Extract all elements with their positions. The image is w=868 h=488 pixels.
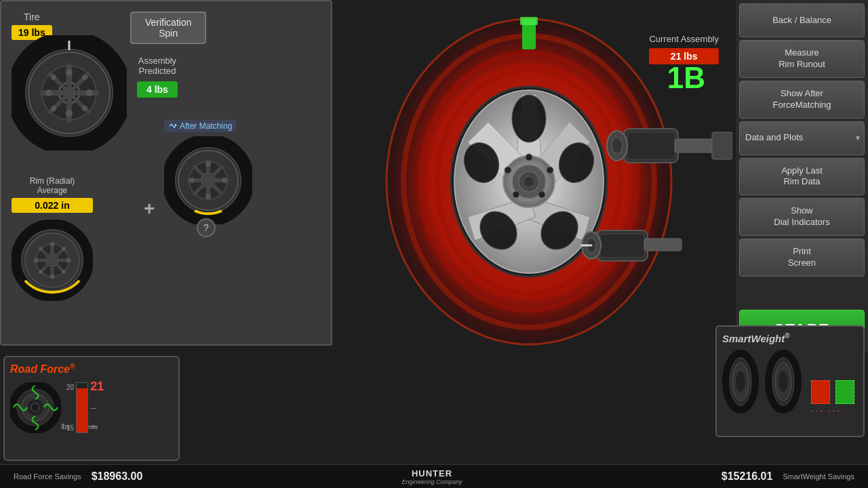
svg-point-83 — [612, 138, 623, 154]
hunter-name: HUNTER — [402, 468, 462, 479]
svg-point-10 — [66, 69, 73, 76]
top-left-panel: Tire 19 lbs Verification Spin — [0, 0, 332, 346]
show-after-force-button[interactable]: Show After ForceMatching — [739, 81, 865, 119]
road-force-title: Road Force® — [10, 363, 75, 375]
tire-visual — [12, 35, 127, 153]
svg-point-11 — [66, 110, 73, 117]
sw-bars: - - - - - - — [811, 380, 854, 414]
smart-weight-panel: SmartWeight® — [715, 325, 865, 437]
back-balance-button[interactable]: Back / Balance — [739, 3, 865, 37]
assembly-predicted-label: Assembly Predicted — [137, 56, 178, 76]
bar-track: 21 — [76, 382, 88, 433]
plus-sign: + — [144, 198, 155, 220]
svg-point-75 — [538, 191, 545, 198]
svg-point-33 — [222, 178, 227, 183]
smart-weight-savings-section: $15216.01 SmartWeight Savings — [722, 470, 854, 483]
svg-point-30 — [205, 161, 211, 167]
after-matching-label: After Matching — [180, 121, 232, 131]
svg-rect-85 — [712, 132, 732, 159]
road-force-savings-section: Road Force Savings $18963.00 — [14, 470, 142, 483]
svg-point-14 — [51, 75, 56, 80]
svg-point-97 — [31, 403, 39, 411]
print-screen-button[interactable]: Print Screen — [739, 239, 865, 277]
road-force-tire-mini — [10, 382, 61, 436]
svg-point-51 — [62, 270, 66, 274]
svg-point-76 — [513, 191, 519, 198]
svg-point-16 — [51, 106, 56, 111]
road-force-savings-label-text: Road Force Savings — [14, 472, 81, 481]
svg-point-44 — [50, 242, 55, 247]
scale-15-label: 15 — [66, 424, 74, 432]
dropdown-arrow-icon: ▼ — [854, 134, 861, 142]
sw-dash-2: - - - — [828, 406, 840, 414]
sw-dashes: - - - - - - — [811, 406, 854, 414]
assembly-number: 1B — [667, 61, 705, 95]
svg-point-15 — [82, 75, 87, 80]
svg-point-64 — [512, 95, 546, 142]
bar-fill — [77, 388, 87, 433]
hunter-logo-section: HUNTER Engineering Company — [402, 468, 462, 485]
assembly-predicted-value: 4 lbs — [137, 81, 178, 98]
svg-point-102 — [736, 371, 745, 392]
road-force-savings-value: $18963.00 — [92, 470, 143, 483]
help-button[interactable]: ? — [197, 218, 216, 237]
svg-point-72 — [524, 176, 534, 187]
smart-weight-title: SmartWeight® — [722, 332, 790, 344]
rim-label: Rim (Radial) Average — [12, 176, 93, 195]
verification-spin-button[interactable]: Verification Spin — [130, 12, 206, 44]
svg-point-32 — [189, 178, 195, 183]
svg-point-77 — [505, 167, 511, 174]
smart-weight-savings-value: $15216.01 — [722, 470, 773, 483]
tire-label: Tire — [12, 12, 52, 22]
hunter-subtitle: Engineering Company — [402, 479, 462, 485]
svg-point-73 — [526, 154, 532, 161]
svg-point-13 — [86, 89, 93, 96]
scale-20-label: 20 — [66, 384, 74, 391]
assembly-predicted-section: Assembly Predicted 4 lbs — [137, 56, 178, 98]
right-sidebar: Back / Balance Measure Rim Runout Show A… — [736, 0, 868, 352]
road-force-panel: Road Force® — [3, 356, 180, 461]
show-dial-indicators-button[interactable]: Show Dial Indicators — [739, 198, 865, 236]
sw-bar-row-1 — [811, 380, 854, 404]
data-plots-label: Data and Plots — [745, 132, 803, 144]
measure-rim-button[interactable]: Measure Rim Runout — [739, 40, 865, 78]
svg-point-74 — [547, 167, 553, 174]
verification-spin-label: Verification Spin — [145, 17, 191, 39]
rim-section: Rim (Radial) Average 0.022 in — [12, 176, 93, 304]
bar-value-label: 21 — [90, 380, 104, 394]
svg-rect-81 — [627, 132, 675, 159]
svg-point-47 — [66, 258, 71, 263]
svg-point-50 — [39, 270, 43, 274]
main-container: Tire 19 lbs Verification Spin — [0, 0, 868, 488]
current-assembly-label: Current Assembly — [649, 34, 719, 44]
svg-point-49 — [62, 247, 66, 251]
data-plots-button[interactable]: Data and Plots ▼ — [739, 121, 865, 155]
sw-bar-green-1 — [835, 380, 854, 404]
smart-weight-content: - - - - - - — [722, 350, 858, 414]
rim-value-badge: 0.022 in — [12, 198, 93, 213]
bottom-panels: Road Force® — [0, 352, 868, 464]
road-force-gauge: 20 15 21 — — — — [10, 379, 173, 436]
sw-bar-red-1 — [811, 380, 830, 404]
svg-rect-84 — [675, 139, 715, 152]
sw-dash-1: - - - — [811, 406, 823, 414]
bottom-status-bar: Road Force Savings $18963.00 HUNTER Engi… — [0, 464, 868, 488]
help-icon: ? — [203, 222, 209, 233]
svg-point-17 — [82, 106, 87, 111]
svg-point-31 — [205, 194, 211, 199]
svg-rect-90 — [644, 239, 682, 251]
svg-point-45 — [50, 274, 55, 279]
after-matching-section: After Matching — [164, 120, 252, 227]
apply-last-rim-button[interactable]: Apply Last Rim Data — [739, 158, 865, 196]
svg-point-107 — [778, 371, 788, 392]
svg-rect-87 — [600, 234, 644, 258]
svg-point-46 — [34, 258, 39, 263]
rim-visual — [12, 220, 93, 304]
svg-point-48 — [39, 247, 43, 251]
svg-point-12 — [45, 89, 52, 96]
bar-meter: 20 15 21 — — — — [66, 382, 96, 436]
svg-rect-79 — [520, 17, 538, 25]
current-assembly-info: Current Assembly 21 lbs — [649, 34, 719, 64]
smart-weight-savings-label-text: SmartWeight Savings — [783, 472, 854, 481]
